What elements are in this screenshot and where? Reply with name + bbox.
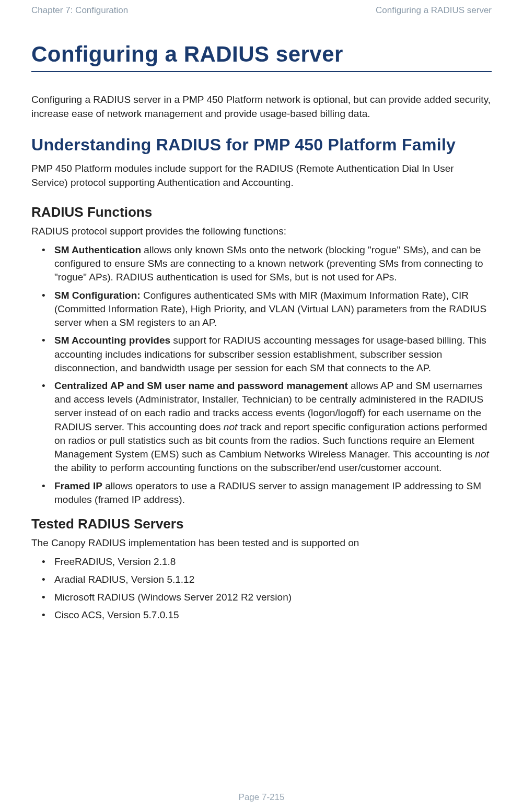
page-title: Configuring a RADIUS server <box>31 42 492 67</box>
list-item-text: the ability to perform accounting functi… <box>54 462 441 473</box>
list-item: Centralized AP and SM user name and pass… <box>42 377 492 477</box>
tested-servers-list: FreeRADIUS, Version 2.1.8 Aradial RADIUS… <box>31 553 492 625</box>
list-item: Microsoft RADIUS (Windows Server 2012 R2… <box>42 589 492 606</box>
list-item-bold: Framed IP <box>54 480 102 491</box>
list-item: SM Accounting provides support for RADIU… <box>42 332 492 377</box>
radius-functions-heading: RADIUS Functions <box>31 204 492 220</box>
page-footer: Page 7-215 <box>0 792 523 803</box>
running-header: Chapter 7: Configuration Configuring a R… <box>31 5 492 37</box>
list-item-text: Microsoft RADIUS (Windows Server 2012 R2… <box>54 592 292 603</box>
radius-functions-lead: RADIUS protocol support provides the fol… <box>31 225 492 238</box>
list-item-bold: SM Accounting provides <box>54 335 170 346</box>
list-item: Aradial RADIUS, Version 5.1.12 <box>42 571 492 589</box>
list-item-text: allows operators to use a RADIUS server … <box>54 480 481 505</box>
header-right: Configuring a RADIUS server <box>376 5 492 16</box>
header-left: Chapter 7: Configuration <box>31 5 128 16</box>
title-rule <box>31 71 492 72</box>
list-item-italic: not <box>475 449 489 460</box>
list-item-bold: Centralized AP and SM user name and pass… <box>54 380 348 391</box>
list-item-text: Cisco ACS, Version 5.7.0.15 <box>54 609 179 620</box>
radius-functions-list: SM Authentication allows only known SMs … <box>31 241 492 509</box>
list-item-bold: SM Authentication <box>54 244 141 255</box>
list-item-italic: not <box>224 421 237 432</box>
list-item: Cisco ACS, Version 5.7.0.15 <box>42 606 492 624</box>
list-item-text: FreeRADIUS, Version 2.1.8 <box>54 556 176 567</box>
list-item: SM Configuration: Configures authenticat… <box>42 287 492 332</box>
list-item-bold: SM Configuration: <box>54 290 141 301</box>
list-item: FreeRADIUS, Version 2.1.8 <box>42 553 492 571</box>
tested-servers-lead: The Canopy RADIUS implementation has bee… <box>31 536 492 550</box>
list-item-text: Aradial RADIUS, Version 5.1.12 <box>54 574 194 585</box>
section-understanding-body: PMP 450 Platform modules include support… <box>31 162 492 190</box>
intro-paragraph: Configuring a RADIUS server in a PMP 450… <box>31 93 492 121</box>
list-item: SM Authentication allows only known SMs … <box>42 241 492 287</box>
page: Chapter 7: Configuration Configuring a R… <box>0 0 523 812</box>
section-understanding-heading: Understanding RADIUS for PMP 450 Platfor… <box>31 135 492 155</box>
list-item: Framed IP allows operators to use a RADI… <box>42 477 492 509</box>
tested-servers-heading: Tested RADIUS Servers <box>31 516 492 532</box>
